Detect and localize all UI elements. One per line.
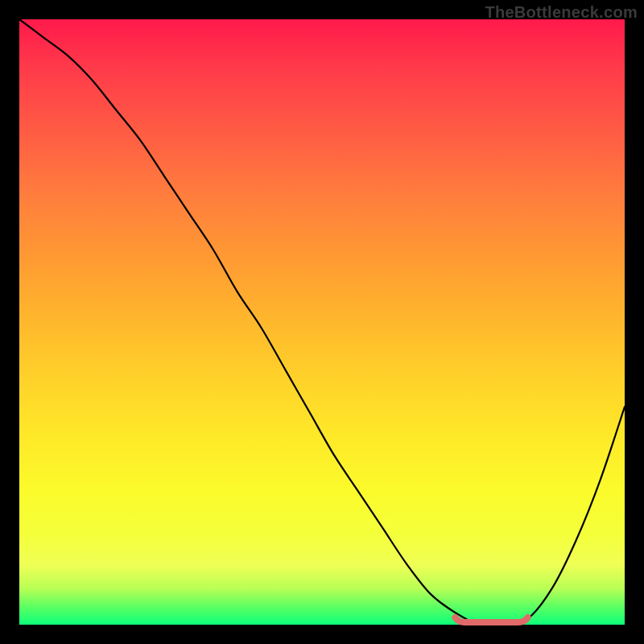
plot-area [19, 19, 625, 625]
chart-stage: TheBottleneck.com [0, 0, 644, 644]
curve-svg [19, 19, 625, 625]
bottleneck-curve-path [19, 19, 625, 625]
